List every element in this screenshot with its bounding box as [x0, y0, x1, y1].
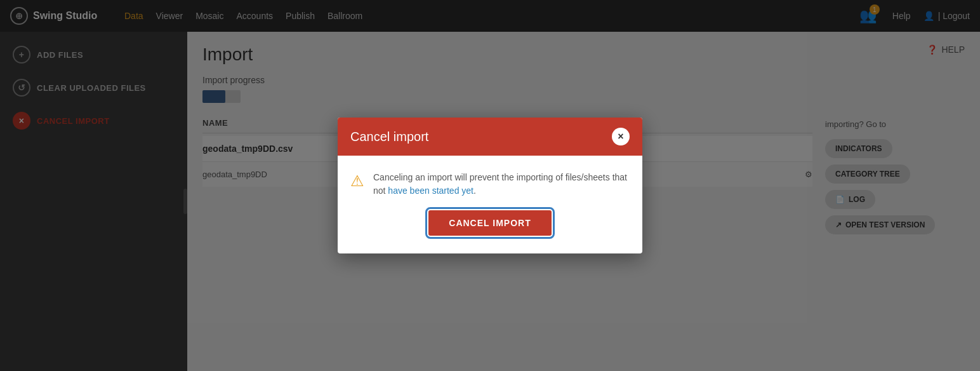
- dialog-close-button[interactable]: ×: [612, 128, 630, 145]
- warning-link-text: have been started yet: [388, 186, 473, 196]
- dialog-header: Cancel import ×: [338, 118, 642, 156]
- confirm-cancel-import-button[interactable]: CANCEL IMPORT: [428, 210, 551, 236]
- dialog-warning: ⚠ Canceling an import will prevent the i…: [350, 171, 630, 198]
- warning-icon: ⚠: [350, 172, 364, 190]
- warning-message: Canceling an import will prevent the imp…: [373, 171, 630, 198]
- dialog-title: Cancel import: [350, 130, 428, 144]
- modal-overlay: Cancel import × ⚠ Canceling an import wi…: [0, 0, 980, 371]
- dialog-actions: CANCEL IMPORT: [350, 210, 630, 241]
- dialog-body: ⚠ Canceling an import will prevent the i…: [338, 156, 642, 253]
- cancel-import-dialog: Cancel import × ⚠ Canceling an import wi…: [338, 118, 642, 253]
